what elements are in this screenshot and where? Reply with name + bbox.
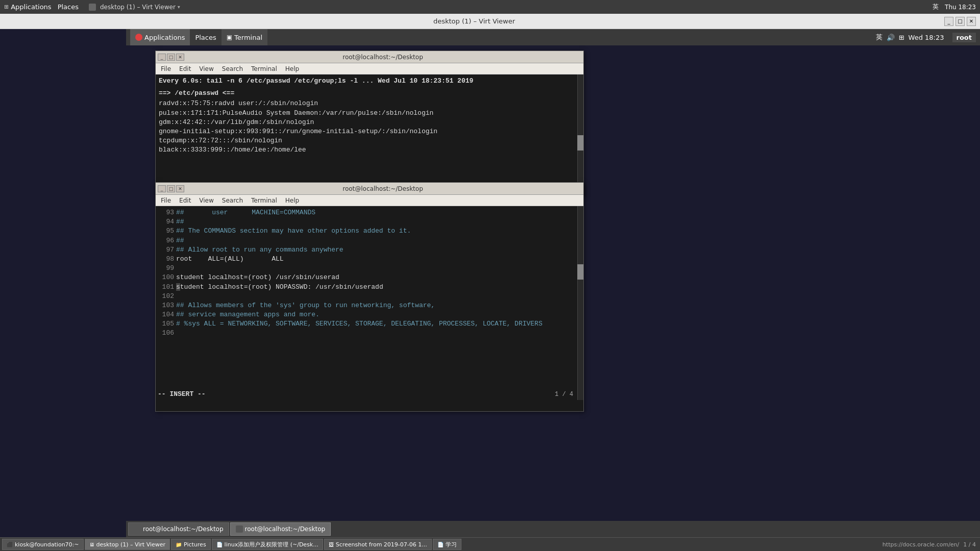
- term1-menu-help[interactable]: Help: [282, 65, 302, 73]
- guest-taskbar-item-2[interactable]: root@localhost:~/Desktop: [230, 522, 331, 536]
- host-task-study-label: 学习: [446, 541, 457, 548]
- host-task-doc1[interactable]: 📄 linux添加用户及权限管理 (~/Desk...: [212, 539, 323, 550]
- guest-apps-button[interactable]: Applications: [130, 29, 190, 45]
- vim-line-100: 100student localhost=(root) /usr/sbin/us…: [159, 273, 580, 282]
- term2-close[interactable]: ✕: [176, 185, 184, 192]
- term1-menubar: File Edit View Search Terminal Help: [156, 63, 583, 74]
- vm-display-area: Applications Places ▣ Terminal 英 🔊 ⊞ Wed…: [0, 29, 980, 551]
- vim-line-105: 105# %sys ALL = NETWORKING, SOFTWARE, SE…: [159, 319, 580, 329]
- guest-terminal-icon: ▣: [227, 34, 232, 41]
- guest-terminal-label: Terminal: [234, 34, 262, 41]
- term1-menu-view[interactable]: View: [196, 65, 216, 73]
- host-task-virt[interactable]: 🖥 desktop (1) – Virt Viewer: [85, 539, 170, 550]
- host-task-pictures[interactable]: 📁 Pictures: [171, 539, 211, 550]
- term2-title: root@localhost:~/Desktop: [184, 185, 581, 192]
- term1-controls[interactable]: _ □ ✕: [158, 54, 184, 61]
- maximize-button[interactable]: □: [955, 17, 965, 26]
- guest-lang: 英: [876, 33, 883, 42]
- guest-places-button[interactable]: Places: [190, 29, 221, 45]
- terminal-window-2: _ □ ✕ root@localhost:~/Desktop File Edit…: [155, 182, 584, 412]
- term1-watch-cmd: Every 6.0s: tail -n 6 /etc/passwd /etc/g…: [159, 77, 580, 86]
- host-places-label[interactable]: Places: [58, 3, 79, 11]
- vim-line-99: 99: [159, 264, 580, 273]
- vim-page-info: 1 / 4: [555, 390, 573, 399]
- guest-terminal-button[interactable]: ▣ Terminal: [222, 29, 267, 45]
- term2-menu-file[interactable]: File: [158, 196, 174, 205]
- host-task-virt-label: desktop (1) – Virt Viewer: [96, 541, 166, 548]
- guest-user: root: [952, 33, 976, 42]
- term2-menu-edit[interactable]: Edit: [176, 196, 194, 205]
- terminal-window-1: _ □ ✕ root@localhost:~/Desktop File Edit…: [155, 51, 584, 196]
- term1-maximize[interactable]: □: [167, 54, 175, 61]
- vim-line-94: 94##: [159, 217, 580, 227]
- guest-topbar: Applications Places ▣ Terminal 英 🔊 ⊞ Wed…: [126, 29, 980, 45]
- virt-titlebar: desktop (1) – Virt Viewer _ □ ✕: [0, 14, 980, 29]
- host-topbar-right: 英 Thu 18:23: [933, 3, 976, 11]
- term2-scrollbar-thumb[interactable]: [577, 264, 583, 280]
- host-topbar: ⊞ Applications Places desktop (1) – Virt…: [0, 0, 980, 14]
- host-task-terminal[interactable]: ⬛ kiosk@foundation70:~: [2, 539, 84, 550]
- term2-menu-view[interactable]: View: [196, 196, 216, 205]
- taskbar-icon-2: [236, 525, 243, 533]
- host-task-screenshot-label: Screenshot from 2019-07-06 1...: [336, 541, 427, 548]
- term1-menu-file[interactable]: File: [158, 65, 174, 73]
- term1-menu-terminal[interactable]: Terminal: [248, 65, 280, 73]
- term2-content[interactable]: 93## user MACHINE=COMMANDS 94## 95## The…: [156, 206, 583, 400]
- host-task-doc1-label: linux添加用户及权限管理 (~/Desk...: [225, 541, 318, 548]
- term2-menu-search[interactable]: Search: [219, 196, 246, 205]
- term1-titlebar: _ □ ✕ root@localhost:~/Desktop: [156, 51, 583, 63]
- guest-time: Wed 18:23: [909, 34, 944, 41]
- guest-taskbar-item-1[interactable]: root@localhost:~/Desktop: [128, 522, 229, 536]
- term1-line-1: radvd:x:75:75:radvd user:/:/sbin/nologin: [159, 99, 580, 108]
- host-dropdown-icon[interactable]: ▾: [178, 4, 180, 10]
- vim-line-102: 102: [159, 292, 580, 301]
- host-task-terminal-label: kiosk@foundation70:~: [15, 541, 79, 548]
- guest-taskbar-label-2: root@localhost:~/Desktop: [245, 525, 326, 533]
- taskbar-icon-1: [134, 525, 141, 533]
- vim-line-98: 98root ALL=(ALL) ALL: [159, 255, 580, 264]
- host-task-screenshot-icon: 🖼: [329, 542, 334, 547]
- host-task-doc1-icon: 📄: [216, 542, 223, 547]
- host-url: https://docs.oracle.com/en/: [880, 541, 961, 548]
- guest-audio-icon: 🔊: [887, 34, 895, 41]
- host-virt-label[interactable]: desktop (1) – Virt Viewer: [100, 4, 176, 11]
- vim-insert-mode: -- INSERT --: [158, 390, 206, 399]
- vim-line-103: 103## Allows members of the 'sys' group …: [159, 301, 580, 310]
- host-lang: 英: [933, 3, 939, 11]
- host-task-terminal-icon: ⬛: [7, 542, 13, 547]
- term1-menu-edit[interactable]: Edit: [176, 65, 194, 73]
- guest-screen-icon: ⊞: [899, 34, 904, 41]
- guest-taskbar-label-1: root@localhost:~/Desktop: [143, 525, 224, 533]
- vim-line-106: 106: [159, 329, 580, 338]
- host-task-study-icon: 📄: [437, 542, 444, 547]
- term1-passwd-header: ==> /etc/passwd <==: [159, 89, 580, 98]
- term1-minimize[interactable]: _: [158, 54, 166, 61]
- host-task-study[interactable]: 📄 学习: [433, 539, 461, 550]
- vim-line-97: 97## Allow root to run any commands anyw…: [159, 245, 580, 255]
- term1-line-4: gnome-initial-setup:x:993:991::/run/gnom…: [159, 127, 580, 136]
- term2-menu-terminal[interactable]: Terminal: [248, 196, 280, 205]
- term1-menu-search[interactable]: Search: [219, 65, 246, 73]
- host-window-indicator: [89, 4, 96, 11]
- host-time: Thu 18:23: [945, 4, 976, 11]
- virt-titlebar-title: desktop (1) – Virt Viewer: [4, 17, 944, 25]
- term1-line-5: tcpdump:x:72:72:::/sbin/nologin: [159, 136, 580, 145]
- host-task-screenshot[interactable]: 🖼 Screenshot from 2019-07-06 1...: [324, 539, 432, 550]
- virt-titlebar-right-controls[interactable]: _ □ ✕: [944, 17, 976, 26]
- term1-scrollbar-thumb[interactable]: [577, 135, 583, 151]
- close-button[interactable]: ✕: [967, 17, 976, 26]
- term1-scrollbar[interactable]: [577, 74, 583, 195]
- minimize-button[interactable]: _: [944, 17, 953, 26]
- term1-close[interactable]: ✕: [176, 54, 184, 61]
- term1-line-6: black:x:3333:999::/home/lee:/home/lee: [159, 145, 580, 155]
- vim-line-96: 96##: [159, 236, 580, 245]
- term2-maximize[interactable]: □: [167, 185, 175, 192]
- term2-menu-help[interactable]: Help: [282, 196, 302, 205]
- host-apps-label[interactable]: Applications: [11, 3, 51, 11]
- term2-controls[interactable]: _ □ ✕: [158, 185, 184, 192]
- term2-minimize[interactable]: _: [158, 185, 166, 192]
- host-page-info: 1 / 4: [961, 541, 978, 548]
- vim-line-104: 104## service management apps and more.: [159, 310, 580, 319]
- term2-scrollbar[interactable]: [577, 206, 583, 400]
- term1-content[interactable]: Every 6.0s: tail -n 6 /etc/passwd /etc/g…: [156, 74, 583, 195]
